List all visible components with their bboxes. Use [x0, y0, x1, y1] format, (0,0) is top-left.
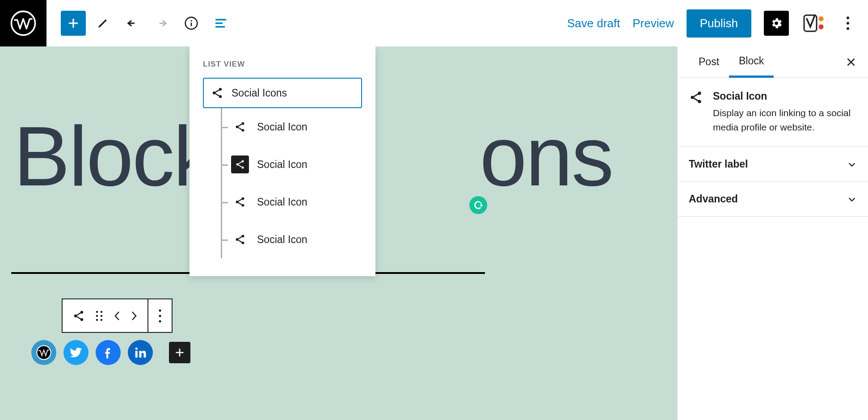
plus-icon — [67, 17, 80, 30]
preview-link[interactable]: Preview — [632, 17, 674, 30]
share-icon[interactable] — [72, 310, 85, 322]
more-options-button[interactable] — [839, 11, 857, 36]
listview-item-social-icons[interactable]: Social Icons — [203, 78, 362, 108]
wordpress-icon — [36, 345, 51, 360]
editor-canvas[interactable]: Block Vons — [0, 46, 677, 420]
svg-point-11 — [847, 27, 849, 30]
outline-icon — [214, 16, 228, 30]
share-icon — [211, 87, 223, 99]
chevron-down-icon — [847, 160, 857, 169]
pencil-icon — [96, 17, 110, 30]
close-sidebar-button[interactable] — [845, 56, 857, 68]
toolbar-right: Save draft Preview Publish — [567, 9, 857, 38]
panel-advanced[interactable]: Advanced — [678, 182, 868, 217]
svg-point-18 — [101, 315, 103, 317]
svg-point-21 — [159, 309, 161, 311]
svg-point-20 — [101, 319, 103, 321]
grammarly-badge[interactable] — [469, 196, 487, 214]
svg-rect-6 — [804, 15, 817, 31]
publish-button[interactable]: Publish — [687, 9, 751, 38]
toolbar-left — [61, 11, 233, 36]
wordpress-icon — [10, 10, 36, 36]
grammarly-icon — [473, 200, 484, 210]
top-toolbar: Save draft Preview Publish — [0, 0, 868, 46]
listview-item-label: Social Icon — [257, 234, 308, 246]
listview-item-social-icon[interactable]: Social Icon — [222, 221, 375, 258]
tab-block[interactable]: Block — [729, 47, 774, 78]
block-toolbar — [62, 298, 173, 333]
svg-point-24 — [37, 345, 51, 359]
undo-icon — [125, 16, 139, 30]
svg-point-9 — [847, 17, 849, 19]
redo-icon — [155, 16, 169, 30]
twitter-icon — [69, 345, 83, 360]
undo-button[interactable] — [120, 11, 145, 36]
redo-button[interactable] — [149, 11, 174, 36]
listview-item-social-icon[interactable]: Social Icon — [222, 146, 375, 183]
svg-point-15 — [96, 311, 98, 313]
facebook-icon — [101, 345, 115, 360]
listview-panel: LIST VIEW Social Icons Social Icon Socia… — [190, 46, 375, 276]
social-icon-twitter[interactable] — [63, 340, 88, 365]
svg-point-8 — [819, 25, 824, 29]
settings-button[interactable] — [764, 11, 789, 36]
svg-point-0 — [11, 11, 35, 35]
listview-children: Social Icon Social Icon Social Icon Soci… — [221, 108, 375, 258]
share-icon — [231, 118, 249, 136]
listview-item-social-icon[interactable]: Social Icon — [222, 183, 375, 221]
svg-point-26 — [135, 348, 138, 350]
gear-icon — [770, 17, 783, 30]
yoast-button[interactable] — [801, 11, 826, 36]
plus-icon — [174, 347, 185, 358]
chevron-down-icon — [847, 194, 857, 204]
svg-point-7 — [819, 17, 824, 21]
social-icon-wordpress[interactable] — [31, 340, 56, 365]
settings-sidebar: Post Block Social Icon Display an icon l… — [677, 46, 868, 420]
listview-item-social-icon[interactable]: Social Icon — [222, 108, 375, 146]
share-icon — [231, 193, 249, 211]
share-icon — [231, 231, 249, 248]
listview-item-label: Social Icon — [257, 121, 308, 133]
listview-item-label: Social Icon — [257, 196, 308, 208]
add-social-icon-button[interactable] — [169, 342, 190, 363]
move-left-icon[interactable] — [114, 310, 121, 322]
block-description: Display an icon linking to a social medi… — [713, 106, 857, 134]
social-icon-linkedin[interactable] — [128, 340, 153, 365]
wp-logo-button[interactable] — [0, 0, 46, 46]
yoast-icon — [803, 13, 825, 34]
drag-handle-icon[interactable] — [95, 310, 104, 322]
svg-point-2 — [190, 20, 192, 21]
listview-item-label: Social Icon — [257, 159, 308, 171]
main: Block Vons — [0, 46, 868, 420]
close-icon — [845, 56, 857, 68]
svg-point-17 — [96, 315, 98, 317]
svg-point-22 — [159, 315, 161, 317]
kebab-icon — [846, 16, 850, 30]
tab-post[interactable]: Post — [689, 46, 729, 77]
social-icon-facebook[interactable] — [96, 340, 121, 365]
listview-button[interactable] — [208, 11, 233, 36]
svg-point-19 — [96, 319, 98, 321]
sidebar-tabs: Post Block — [678, 46, 868, 78]
svg-point-16 — [101, 311, 103, 313]
svg-rect-25 — [135, 351, 138, 357]
info-icon — [184, 16, 198, 30]
title-part-2: ons — [480, 109, 612, 203]
save-draft-link[interactable]: Save draft — [567, 17, 620, 30]
svg-point-10 — [847, 22, 849, 25]
block-title: Social Icon — [713, 90, 857, 102]
svg-point-23 — [159, 320, 161, 322]
block-info: Social Icon Display an icon linking to a… — [678, 78, 868, 147]
share-icon — [689, 90, 703, 105]
svg-rect-3 — [191, 23, 192, 26]
panel-twitter-label[interactable]: Twitter label — [678, 147, 868, 182]
linkedin-icon — [134, 346, 147, 359]
info-button[interactable] — [179, 11, 204, 36]
svg-point-5 — [775, 21, 778, 25]
block-more-icon[interactable] — [158, 309, 162, 323]
listview-heading: LIST VIEW — [190, 60, 375, 78]
add-block-button[interactable] — [61, 11, 86, 36]
tools-button[interactable] — [90, 11, 115, 36]
social-icons-block[interactable] — [31, 340, 190, 365]
move-right-icon[interactable] — [131, 310, 138, 322]
